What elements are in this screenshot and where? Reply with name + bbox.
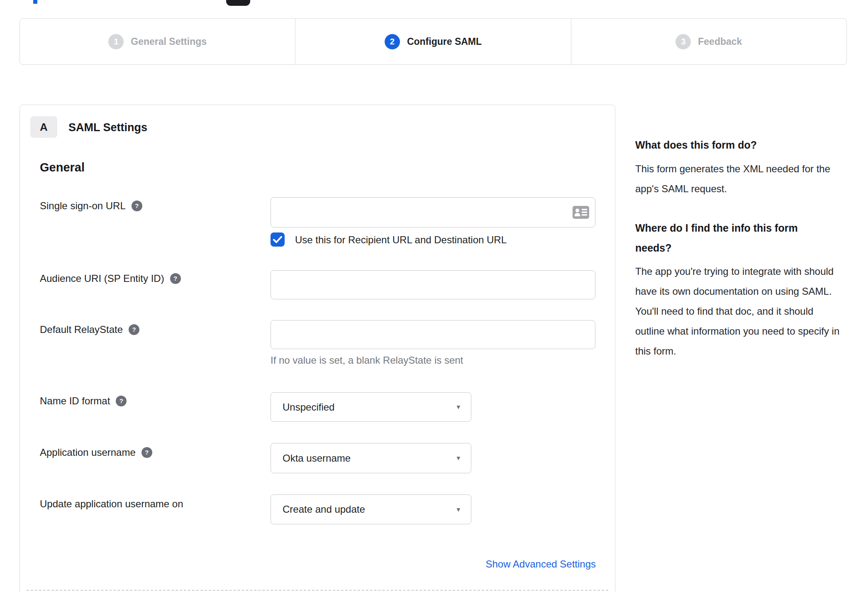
audience-uri-label: Audience URI (SP Entity ID) ? <box>40 272 181 285</box>
sso-url-label: Single sign-on URL ? <box>40 200 142 212</box>
audience-uri-input[interactable] <box>271 270 595 299</box>
application-username-value: Okta username <box>283 453 351 464</box>
relay-state-input[interactable] <box>271 320 595 349</box>
sidebar-question-1-title: What does this form do? <box>635 135 830 155</box>
section-title: SAML Settings <box>68 121 147 134</box>
relay-state-hint: If no value is set, a blank RelayState i… <box>271 355 463 366</box>
step-number-badge: 1 <box>108 34 124 49</box>
sso-url-input[interactable] <box>271 197 595 228</box>
help-icon[interactable]: ? <box>141 447 152 458</box>
sidebar-question-2-title: Where do I find the info this form needs… <box>635 218 830 258</box>
step-feedback[interactable]: 3 Feedback <box>571 19 846 64</box>
section-dashed-divider <box>27 590 608 591</box>
application-username-label: Application username ? <box>40 446 152 459</box>
checkmark-icon <box>273 236 282 243</box>
wizard-stepper: 1 General Settings 2 Configure SAML 3 Fe… <box>20 18 847 65</box>
name-id-format-label: Name ID format ? <box>40 395 127 407</box>
update-username-value: Create and update <box>283 504 365 515</box>
relay-state-label: Default RelayState ? <box>40 323 139 336</box>
update-username-label: Update application username on <box>40 498 183 510</box>
step-configure-saml[interactable]: 2 Configure SAML <box>295 19 571 64</box>
use-for-recipient-label: Use this for Recipient URL and Destinati… <box>295 233 507 247</box>
chevron-down-icon: ▾ <box>456 505 460 514</box>
step-label: Configure SAML <box>407 36 482 47</box>
step-general-settings[interactable]: 1 General Settings <box>20 19 295 64</box>
general-group-title: General <box>40 161 85 174</box>
help-icon[interactable]: ? <box>129 324 139 335</box>
help-icon[interactable]: ? <box>170 273 181 284</box>
update-username-label-text: Update application username on <box>40 498 183 510</box>
chevron-down-icon: ▾ <box>456 403 460 411</box>
step-number-badge: 2 <box>385 34 400 49</box>
sidebar-question-2-body: The app you're trying to integrate with … <box>635 262 845 361</box>
name-id-format-value: Unspecified <box>283 401 334 413</box>
step-label: General Settings <box>131 36 207 47</box>
step-label: Feedback <box>698 36 742 47</box>
sidebar-question-1-body: This form generates the XML needed for t… <box>635 159 845 199</box>
header-accent-fragment <box>33 0 37 4</box>
section-a-badge: A <box>30 116 57 138</box>
sso-url-label-text: Single sign-on URL <box>40 200 126 212</box>
saml-settings-panel: A SAML Settings General Single sign-on U… <box>20 105 615 592</box>
application-username-label-text: Application username <box>40 446 136 459</box>
step-number-badge: 3 <box>675 34 691 49</box>
name-id-format-label-text: Name ID format <box>40 395 110 407</box>
help-icon[interactable]: ? <box>116 396 127 406</box>
app-logo-fragment <box>226 0 250 6</box>
show-advanced-settings-link[interactable]: Show Advanced Settings <box>463 558 596 570</box>
application-username-select[interactable]: Okta username ▾ <box>271 443 471 473</box>
audience-uri-label-text: Audience URI (SP Entity ID) <box>40 272 164 285</box>
help-icon[interactable]: ? <box>132 201 142 211</box>
chevron-down-icon: ▾ <box>456 454 460 462</box>
update-username-select[interactable]: Create and update ▾ <box>271 494 471 524</box>
relay-state-label-text: Default RelayState <box>40 323 123 336</box>
name-id-format-select[interactable]: Unspecified ▾ <box>271 392 471 422</box>
use-for-recipient-checkbox[interactable] <box>271 232 285 247</box>
